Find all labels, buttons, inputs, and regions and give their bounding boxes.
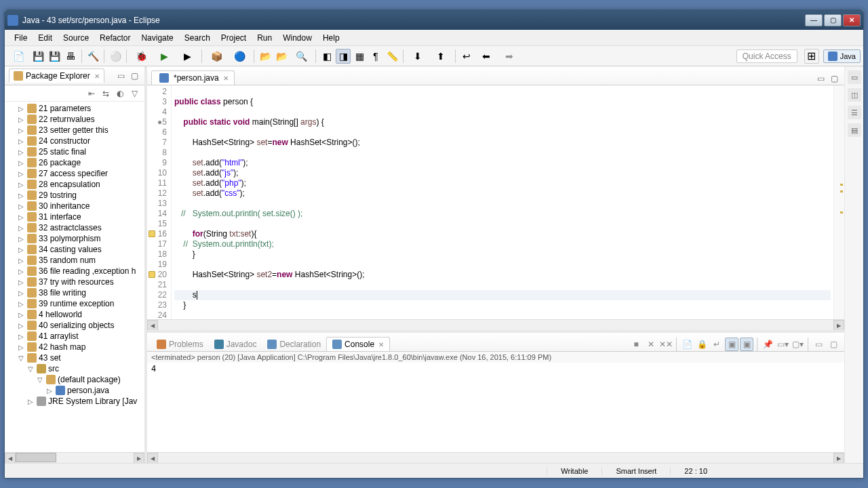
minimize-console-button[interactable]: ▭ — [812, 338, 825, 351]
back-button[interactable]: ⬅ — [475, 49, 497, 64]
code-area[interactable]: public class person { public static void… — [172, 85, 833, 319]
tree-item[interactable]: ▷22 returnvalues — [5, 114, 144, 125]
new-button[interactable]: 📄 — [7, 49, 29, 64]
package-explorer-tab[interactable]: Package Explorer ✕ — [9, 68, 104, 83]
maximize-console-button[interactable]: ▢ — [827, 338, 840, 351]
quick-access-input[interactable]: Quick Access — [736, 49, 797, 63]
tree-item[interactable]: ▷37 try with resources — [5, 277, 144, 287]
search-button[interactable]: 🔍 — [290, 49, 312, 64]
scroll-lock-button[interactable]: 🔒 — [695, 338, 709, 351]
remove-all-button[interactable]: ✕✕ — [659, 338, 673, 351]
debug-button[interactable]: 🐞 — [130, 49, 152, 64]
tree-item[interactable]: ▷31 interface — [5, 211, 144, 222]
tree-item[interactable]: ▷36 file reading ,exception h — [5, 266, 144, 277]
editor-hscrollbar[interactable]: ◀ ▶ — [147, 319, 844, 330]
prev-annotation-button[interactable]: ⬆ — [430, 49, 452, 64]
forward-button[interactable]: ➡ — [498, 49, 520, 64]
tree-item[interactable]: ▷23 setter getter this — [5, 125, 144, 136]
menu-run[interactable]: Run — [252, 32, 277, 44]
show-on-err-button[interactable]: ▣ — [740, 338, 753, 351]
menu-help[interactable]: Help — [317, 32, 345, 44]
tree-item[interactable]: ▷41 arraylist — [5, 331, 144, 342]
open-console-button[interactable]: ▢▾ — [791, 338, 804, 351]
maximize-panel-button[interactable]: ▢ — [128, 70, 140, 82]
tab-problems[interactable]: Problems — [151, 338, 209, 351]
save-button[interactable]: 💾 — [31, 49, 45, 64]
collapse-all-button[interactable]: ⇤ — [85, 87, 98, 100]
toggle-mark-button[interactable]: ◨ — [336, 49, 351, 64]
console-output[interactable]: 4 — [147, 363, 844, 452]
skip-breakpoints-button[interactable]: ⚪ — [108, 49, 123, 64]
menu-file[interactable]: File — [9, 32, 33, 44]
clear-console-button[interactable]: 📄 — [680, 338, 694, 351]
menu-source[interactable]: Source — [58, 32, 94, 44]
minimize-editor-button[interactable]: ▭ — [814, 73, 827, 85]
minimize-button[interactable]: — — [805, 14, 823, 26]
tree-item[interactable]: ▷29 tostring — [5, 190, 144, 201]
console-hscrollbar[interactable]: ◀ ▶ — [147, 452, 844, 463]
menu-project[interactable]: Project — [216, 32, 252, 44]
tree-item[interactable]: ▷4 helloworld — [5, 309, 144, 320]
run-button[interactable]: ▶ — [153, 49, 175, 64]
minimize-panel-button[interactable]: ▭ — [115, 70, 127, 82]
tree-item[interactable]: ▽src — [5, 363, 144, 374]
save-all-button[interactable]: 💾 — [47, 49, 62, 64]
terminate-button[interactable]: ■ — [629, 338, 643, 351]
print-button[interactable]: 🖶 — [63, 49, 78, 64]
menu-refactor[interactable]: Refactor — [94, 32, 136, 44]
launch-button[interactable]: ▶ — [176, 49, 198, 64]
explorer-hscrollbar[interactable]: ◀ ▶ — [5, 452, 144, 463]
editor-gutter[interactable]: 234●567891011121314151617181920212223242… — [147, 85, 172, 319]
tree-item[interactable]: ▷35 random num — [5, 255, 144, 266]
close-icon[interactable]: ✕ — [223, 75, 229, 82]
tree-item[interactable]: ▷JRE System Library [Jav — [5, 396, 144, 407]
overview-ruler[interactable] — [833, 85, 844, 319]
ruler-button[interactable]: 📏 — [384, 49, 399, 64]
close-icon[interactable]: ✕ — [94, 73, 100, 80]
tree-item[interactable]: ▷33 polymorphism — [5, 233, 144, 244]
remove-launch-button[interactable]: ✕ — [644, 338, 658, 351]
package-explorer-tree[interactable]: ▷21 parameters▷22 returnvalues▷23 setter… — [5, 102, 144, 452]
tree-item[interactable]: ▷34 casting values — [5, 244, 144, 255]
view-menu-button[interactable]: ▽ — [128, 87, 140, 100]
open-task-button[interactable]: 📂 — [274, 49, 289, 64]
tree-item[interactable]: ▷26 package — [5, 157, 144, 168]
word-wrap-button[interactable]: ↵ — [710, 338, 724, 351]
tree-item[interactable]: ▷27 access specifier — [5, 168, 144, 179]
toggle-breadcrumb-button[interactable]: ◧ — [319, 49, 334, 64]
tab-console[interactable]: Console✕ — [326, 337, 390, 351]
show-on-out-button[interactable]: ▣ — [725, 338, 738, 351]
tree-item[interactable]: ▷21 parameters — [5, 103, 144, 114]
tree-item[interactable]: ▷person.java — [5, 385, 144, 396]
editor-body[interactable]: 234●567891011121314151617181920212223242… — [147, 85, 844, 319]
menu-window[interactable]: Window — [277, 32, 317, 44]
tree-item[interactable]: ▷24 constructor — [5, 136, 144, 146]
menu-navigate[interactable]: Navigate — [136, 32, 178, 44]
tree-item[interactable]: ▷38 file writing — [5, 287, 144, 298]
block-selection-button[interactable]: ▦ — [352, 49, 367, 64]
maximize-button[interactable]: ▢ — [824, 14, 842, 26]
build-button[interactable]: 🔨 — [85, 49, 100, 64]
tree-item[interactable]: ▷32 astractclasses — [5, 222, 144, 233]
open-perspective-button[interactable]: ⊞ — [804, 49, 819, 64]
tree-item[interactable]: ▷25 static final — [5, 146, 144, 157]
tree-item[interactable]: ▷40 serializing objects — [5, 320, 144, 331]
last-edit-button[interactable]: ↩ — [459, 49, 474, 64]
tree-item[interactable]: ▷28 encapsulation — [5, 179, 144, 190]
link-editor-button[interactable]: ⇆ — [100, 87, 112, 100]
focus-button[interactable]: ◐ — [114, 87, 126, 100]
tab-javadoc[interactable]: Javadoc — [209, 338, 262, 351]
restore-view-button[interactable]: ▭ — [848, 70, 861, 84]
titlebar[interactable]: Java - 43 set/src/person.java - Eclipse … — [5, 10, 863, 30]
tree-item[interactable]: ▷42 hash map — [5, 342, 144, 352]
close-button[interactable]: ✕ — [843, 14, 861, 26]
tree-item[interactable]: ▽(default package) — [5, 374, 144, 385]
menu-edit[interactable]: Edit — [33, 32, 58, 44]
next-annotation-button[interactable]: ⬇ — [407, 49, 429, 64]
tree-item[interactable]: ▷39 runtime exception — [5, 298, 144, 309]
new-type-button[interactable]: 🔵 — [229, 49, 250, 64]
new-package-button[interactable]: 📦 — [205, 49, 227, 64]
tab-declaration[interactable]: Declaration — [262, 338, 326, 351]
other-view-button[interactable]: ▤ — [848, 123, 861, 137]
display-console-button[interactable]: ▭▾ — [776, 338, 789, 351]
